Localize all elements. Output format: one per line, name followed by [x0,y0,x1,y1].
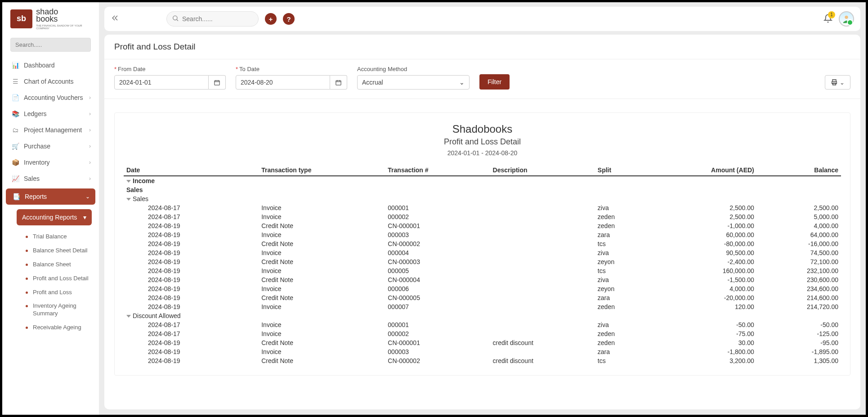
filter-row: *From Date *To Date [104,59,860,99]
group-header[interactable]: Discount Allowed [124,311,841,320]
sidebar-item-ledgers[interactable]: 📚Ledgers› [2,106,99,122]
table-row[interactable]: 2024-08-19Credit NoteCN-000001zeden-1,00… [124,221,841,230]
cell-split: tcs [595,239,646,248]
table-row[interactable]: 2024-08-19Invoice000007zeden120.00214,72… [124,302,841,311]
add-button[interactable]: + [265,13,277,25]
chevron-right-icon: › [89,175,91,182]
report-date-range: 2024-01-01 - 2024-08-20 [124,149,841,157]
calendar-icon [214,79,220,86]
help-button[interactable]: ? [283,13,295,25]
report-panel: Shadobooks Profit and Loss Detail 2024-0… [114,112,850,376]
sidebar-item-accounting-vouchers[interactable]: 📄Accounting Vouchers› [2,90,99,106]
cell-amount: -75.00 [646,329,757,338]
accounting-method-select[interactable]: Accrual ⌄ [357,75,470,90]
sublist-item-balance-sheet-detail[interactable]: Balance Sheet Detail [30,244,95,258]
cell-date: 2024-08-19 [124,302,259,311]
to-date-input[interactable] [236,75,330,90]
main-area: + ? 1 Profit and Loss Detail *From Date [99,2,866,415]
from-date-calendar-button[interactable] [209,75,226,90]
cell-type: Credit Note [259,221,385,230]
cell-desc [490,230,595,239]
cell-desc: credit discount [490,338,595,347]
table-row[interactable]: 2024-08-19Credit NoteCN-000002tcs-80,000… [124,239,841,248]
nav-label: Project Management [24,126,82,134]
sublist-item-profit-and-loss-detail[interactable]: Profit and Loss Detail [30,272,95,286]
sidebar-item-sales[interactable]: 📈Sales› [2,170,99,187]
chevron-right-icon: › [89,94,91,101]
col-balance: Balance [757,165,841,176]
cell-num: 000002 [385,212,490,221]
sidebar-subpanel-accounting-reports[interactable]: Accounting Reports ▾ [17,209,92,225]
cell-num: 000003 [385,347,490,356]
cell-num: 000002 [385,329,490,338]
cell-desc [490,266,595,275]
nav-label: Purchase [24,143,50,150]
cell-balance: 1,305.00 [757,356,841,365]
table-row[interactable]: 2024-08-17Invoice000002zeden2,500.005,00… [124,212,841,221]
table-row[interactable]: 2024-08-17Invoice000002zeden-75.00-125.0… [124,329,841,338]
table-row[interactable]: 2024-08-17Invoice000001ziva2,500.002,500… [124,203,841,212]
notification-badge: 1 [828,11,835,18]
cell-desc [490,275,595,284]
sidebar-search-input[interactable] [10,38,91,52]
table-row[interactable]: 2024-08-19Invoice000004ziva90,500.0074,5… [124,248,841,257]
nav-label: Chart of Accounts [24,78,74,85]
svg-rect-2 [215,81,219,85]
table-row[interactable]: 2024-08-19Invoice000006zeyon4,000.00234,… [124,284,841,293]
cell-balance: -1,895.00 [757,347,841,356]
cell-type: Invoice [259,302,385,311]
sublist-item-inventory-ageing-summary[interactable]: Inventory Ageing Summary [30,299,95,321]
table-row[interactable]: 2024-08-17Invoice000001ziva-50.00-50.00 [124,320,841,329]
cell-desc [490,284,595,293]
sublist-item-receivable-ageing[interactable]: Receivable Ageing [30,321,95,335]
cell-split: zara [595,347,646,356]
cell-date: 2024-08-19 [124,347,259,356]
sidebar-collapse-button[interactable] [111,13,120,25]
table-row[interactable]: 2024-08-19Credit NoteCN-000002credit dis… [124,356,841,365]
sidebar-item-purchase[interactable]: 🛒Purchase› [2,138,99,154]
cell-balance: 2,500.00 [757,203,841,212]
group-header[interactable]: Sales [124,194,841,203]
nav-label: Reports [25,193,47,200]
print-button[interactable]: ⌄ [825,75,850,90]
nav-label: Dashboard [24,62,55,69]
cell-amount: 4,000.00 [646,284,757,293]
calendar-icon [335,79,342,86]
sidebar-item-inventory[interactable]: 📦Inventory› [2,154,99,170]
table-row[interactable]: 2024-08-19Credit NoteCN-000001credit dis… [124,338,841,347]
cell-type: Invoice [259,203,385,212]
table-row[interactable]: 2024-08-19Invoice000005tcs160,000.00232,… [124,266,841,275]
cell-date: 2024-08-19 [124,338,259,347]
from-date-input[interactable] [114,75,209,90]
cell-amount: -50.00 [646,320,757,329]
sidebar-item-project-management[interactable]: 🗂Project Management› [2,122,99,138]
table-row[interactable]: 2024-08-19Invoice000003zara60,000.0064,0… [124,230,841,239]
cell-split: ziva [595,320,646,329]
sublist-item-trial-balance[interactable]: Trial Balance [30,230,95,244]
sidebar-item-chart-of-accounts[interactable]: ☰Chart of Accounts [2,73,99,90]
sublist-item-profit-and-loss[interactable]: Profit and Loss [30,286,95,300]
table-row[interactable]: 2024-08-19Credit NoteCN-000005zara-20,00… [124,293,841,302]
sidebar-item-dashboard[interactable]: 📊Dashboard [2,57,99,73]
table-row[interactable]: 2024-08-19Credit NoteCN-000004ziva-1,500… [124,275,841,284]
cell-date: 2024-08-19 [124,230,259,239]
notifications-button[interactable]: 1 [823,14,832,24]
sidebar-item-reports[interactable]: 📑Reports⌄ [6,188,95,205]
cell-desc [490,248,595,257]
sublist-item-balance-sheet[interactable]: Balance Sheet [30,258,95,272]
cell-amount: 30.00 [646,338,757,347]
table-row[interactable]: 2024-08-19Credit NoteCN-000003zeyon-2,40… [124,257,841,266]
cell-balance: 64,000.00 [757,230,841,239]
cell-date: 2024-08-19 [124,248,259,257]
user-avatar[interactable] [839,11,854,27]
brand-logo[interactable]: sb shado books THE FINANCIAL SHADOW OF Y… [2,6,99,33]
nav-label: Inventory [24,159,50,166]
filter-button[interactable]: Filter [479,74,510,90]
table-row[interactable]: 2024-08-19Invoice000003zara-1,800.00-1,8… [124,347,841,356]
cell-amount: 90,500.00 [646,248,757,257]
section-link[interactable]: Sales [124,185,841,194]
global-search-input[interactable] [166,11,259,27]
to-date-calendar-button[interactable] [330,75,347,90]
section-header[interactable]: Income [124,176,841,185]
svg-point-1 [845,16,848,19]
